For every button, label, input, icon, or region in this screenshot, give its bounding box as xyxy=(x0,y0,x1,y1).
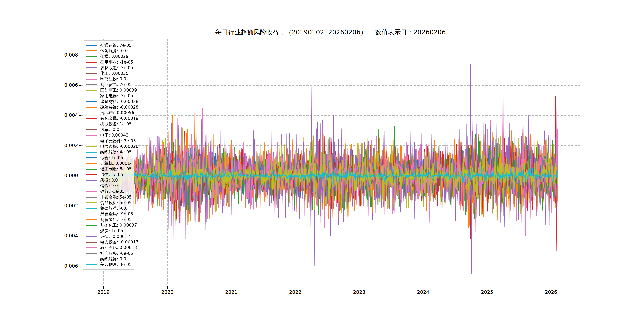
legend-line-swatch xyxy=(86,253,98,254)
legend-line-swatch xyxy=(86,135,98,136)
legend-label: 传媒: 0.00029 xyxy=(100,54,128,59)
legend-item: 房地产: -0.00056 xyxy=(86,110,133,116)
legend-line-swatch xyxy=(86,101,98,102)
x-tick-mark xyxy=(359,286,359,288)
legend-label: 社会服务: -6e-05 xyxy=(100,252,133,256)
legend-line-swatch xyxy=(86,225,98,226)
legend-line-swatch xyxy=(86,90,98,91)
legend-item: 食品饮料: 5e-05 xyxy=(86,200,133,206)
legend-line-swatch xyxy=(86,208,98,209)
legend-line-swatch xyxy=(86,219,98,220)
legend-label: 采掘: 0.0 xyxy=(100,178,118,182)
legend-item: 家用电器: -3e-05 xyxy=(86,93,133,99)
legend-label: 银行: -1e-05 xyxy=(100,190,125,194)
legend-line-swatch xyxy=(86,107,98,108)
legend-line-swatch xyxy=(86,169,98,170)
legend-item: 商贸零售: 1e-05 xyxy=(86,217,133,222)
legend-line-swatch xyxy=(86,68,98,68)
legend-label: 通信: 5e-05 xyxy=(100,172,123,177)
legend-label: 化工: 0.00055 xyxy=(100,71,128,76)
legend-label: 电力设备: -0.00017 xyxy=(100,240,138,244)
legend-item: 黑色金属: -9e-05 xyxy=(86,211,133,217)
legend-line-swatch xyxy=(86,242,98,243)
legend-label: 计算机: 0.00014 xyxy=(100,162,133,166)
legend-item: 农林牧渔: -3e-05 xyxy=(86,65,133,70)
legend-label: 公用事业: -1e-05 xyxy=(100,60,133,64)
y-tick-mark xyxy=(79,236,81,236)
legend-line-swatch xyxy=(86,112,98,113)
legend-line-swatch xyxy=(86,180,98,181)
legend-item: 通信: 5e-05 xyxy=(86,172,133,178)
y-axis-tick-label: −0.006 xyxy=(0,263,78,269)
legend-item: 机械设备: 1e-05 xyxy=(86,121,133,127)
legend-line-swatch xyxy=(86,230,98,231)
plot-canvas xyxy=(81,39,580,286)
legend-item: 医药生物: 0.0 xyxy=(86,76,133,82)
legend-label: 美容护理: 3e-05 xyxy=(100,262,132,267)
legend-item: 社会服务: -6e-05 xyxy=(86,251,133,256)
y-tick-mark xyxy=(79,115,81,116)
legend-label: 石油石化: 0.00018 xyxy=(100,246,137,250)
legend-label: 家用电器: -3e-05 xyxy=(100,94,133,98)
legend-label: 电子: 0.00043 xyxy=(100,133,128,137)
legend-item: 休闲服务: -0.0 xyxy=(86,48,133,54)
legend-label: 煤炭: 1e-05 xyxy=(100,229,123,233)
legend-item: 采掘: 0.0 xyxy=(86,178,133,183)
legend-label: 基础化工: 0.00037 xyxy=(100,223,137,228)
legend-item: 传媒: 0.00029 xyxy=(86,54,133,60)
y-axis-tick-label: 0.006 xyxy=(0,82,78,88)
legend-item: 国防军工: 0.00039 xyxy=(86,88,133,93)
y-axis-tick-label: 0.002 xyxy=(0,143,78,148)
legend-item: 纺织服装: 4e-05 xyxy=(86,150,133,155)
x-tick-mark xyxy=(423,286,423,288)
legend-item: 汽车: -0.0 xyxy=(86,127,133,132)
x-tick-mark xyxy=(551,286,551,288)
legend-label: 交通运输: 7e-05 xyxy=(100,43,132,48)
chart-title: 每日行业超额风险收益，（20190102, 20260206）， 数值表示日：2… xyxy=(81,29,580,36)
y-axis-tick-label: 0.004 xyxy=(0,112,78,118)
legend-item: 纺织服饰: 0.0 xyxy=(86,256,133,262)
legend-line-swatch xyxy=(86,236,98,237)
legend-line-swatch xyxy=(86,62,98,62)
y-axis-tick-label: −0.004 xyxy=(0,233,78,238)
legend-item: 电子元器件: 3e-05 xyxy=(86,138,133,144)
y-tick-mark xyxy=(79,85,81,86)
legend-label: 休闲服务: -0.0 xyxy=(100,49,128,53)
legend-label: 钢铁: 0.0 xyxy=(100,184,118,188)
legend-line-swatch xyxy=(86,124,98,124)
y-tick-mark xyxy=(79,176,81,176)
legend-item: 建筑材料: -0.00028 xyxy=(86,99,133,104)
legend-line-swatch xyxy=(86,264,98,265)
legend-line-swatch xyxy=(86,130,98,130)
legend-label: 有色金属: -0.00019 xyxy=(100,116,138,121)
legend-item: 交通运输: 7e-05 xyxy=(86,42,133,48)
legend-label: 农林牧渔: -3e-05 xyxy=(100,66,133,70)
x-tick-mark xyxy=(295,286,295,288)
legend-item: 电气设备: -0.00028 xyxy=(86,144,133,149)
legend-item: 轻工制造: 6e-05 xyxy=(86,166,133,172)
y-tick-mark xyxy=(79,266,81,266)
legend-item: 石油石化: 0.00018 xyxy=(86,245,133,251)
legend-line-swatch xyxy=(86,118,98,119)
legend-item: 煤炭: 1e-05 xyxy=(86,228,133,234)
legend-label: 电子元器件: 3e-05 xyxy=(100,139,136,143)
legend-line-swatch xyxy=(86,79,98,80)
legend-item: 环保: -0.00012 xyxy=(86,234,133,239)
legend-line-swatch xyxy=(86,197,98,198)
legend-label: 黑色金属: -9e-05 xyxy=(100,212,133,216)
legend-item: 有色金属: -0.00019 xyxy=(86,116,133,121)
x-tick-mark xyxy=(167,286,168,288)
legend-label: 纺织服饰: 0.0 xyxy=(100,257,126,261)
legend-label: 建筑材料: -0.00028 xyxy=(100,100,138,104)
x-tick-mark xyxy=(231,286,231,288)
legend-line-swatch xyxy=(86,186,98,186)
x-axis-tick-label: 2026 xyxy=(535,290,567,295)
y-tick-mark xyxy=(79,146,81,146)
legend-label: 食品饮料: 5e-05 xyxy=(100,201,132,205)
legend-item: 电力设备: -0.00017 xyxy=(86,239,133,245)
legend: 交通运输: 7e-05休闲服务: -0.0传媒: 0.00029公用事业: -1… xyxy=(83,40,134,270)
legend-line-swatch xyxy=(86,84,98,85)
x-axis-tick-label: 2022 xyxy=(279,290,311,295)
legend-item: 美容护理: 3e-05 xyxy=(86,262,133,268)
legend-item: 化工: 0.00055 xyxy=(86,70,133,76)
